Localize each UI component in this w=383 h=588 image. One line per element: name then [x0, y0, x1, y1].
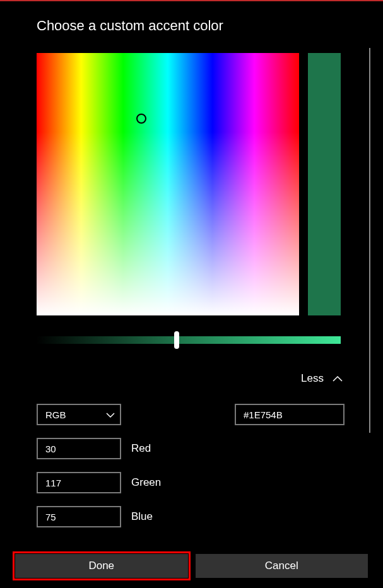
- blue-channel-row: 75 Blue: [37, 506, 346, 527]
- green-input[interactable]: 117: [37, 472, 121, 493]
- dialog-title: Choose a custom accent color: [37, 18, 346, 34]
- green-channel-row: 117 Green: [37, 472, 346, 493]
- scrollbar[interactable]: [369, 48, 370, 433]
- red-value: 30: [45, 444, 56, 454]
- color-mode-select[interactable]: RGB: [37, 404, 121, 425]
- red-input[interactable]: 30: [37, 438, 121, 459]
- value-slider-thumb[interactable]: [174, 331, 179, 349]
- chevron-down-icon: [106, 409, 115, 420]
- selected-color-swatch: [308, 53, 341, 315]
- color-spectrum[interactable]: [37, 53, 299, 315]
- toggle-less-label: Less: [301, 372, 324, 385]
- toggle-less-button[interactable]: Less: [37, 372, 346, 385]
- spectrum-cursor-icon: [136, 114, 146, 124]
- color-mode-value: RGB: [45, 409, 66, 420]
- value-slider[interactable]: [37, 333, 341, 347]
- red-label: Red: [131, 442, 151, 455]
- value-slider-track: [37, 336, 341, 344]
- green-label: Green: [131, 476, 161, 489]
- hex-value: #1E754B: [244, 409, 283, 420]
- blue-input[interactable]: 75: [37, 506, 121, 527]
- done-button-label: Done: [88, 560, 114, 572]
- blue-value: 75: [45, 512, 56, 522]
- done-button[interactable]: Done: [15, 554, 188, 578]
- chevron-up-icon: [333, 375, 343, 382]
- color-picker-dialog: Choose a custom accent color Less RGB #1…: [0, 0, 383, 527]
- picker-row: [37, 53, 346, 315]
- hex-input[interactable]: #1E754B: [235, 404, 345, 425]
- red-channel-row: 30 Red: [37, 438, 346, 459]
- cancel-button-label: Cancel: [265, 560, 298, 572]
- cancel-button[interactable]: Cancel: [196, 554, 368, 578]
- mode-hex-row: RGB #1E754B: [37, 404, 346, 425]
- green-value: 117: [45, 478, 61, 488]
- blue-label: Blue: [131, 510, 153, 523]
- dialog-button-row: Done Cancel: [15, 554, 368, 578]
